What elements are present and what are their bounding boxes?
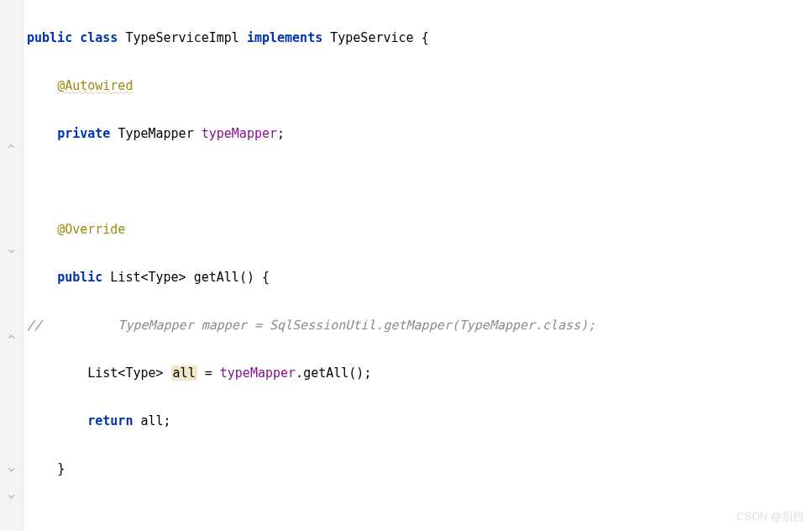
code-line[interactable]: @Override	[27, 218, 812, 242]
watermark: CSDN @别挡	[736, 507, 804, 528]
code-line[interactable]: return all;	[27, 409, 812, 434]
code-line[interactable]: List<Type> all = typeMapper.getAll();	[27, 361, 812, 386]
code-line[interactable]: }	[27, 457, 812, 481]
code-line[interactable]: // TypeMapper mapper = SqlSessionUtil.ge…	[27, 313, 812, 338]
fold-icon[interactable]	[5, 245, 17, 257]
fold-icon[interactable]	[5, 491, 17, 502]
code-line[interactable]: @Autowired	[27, 74, 812, 98]
editor-gutter[interactable]	[0, 0, 24, 531]
fold-icon[interactable]	[5, 331, 17, 343]
fold-icon[interactable]	[5, 464, 17, 476]
code-line[interactable]	[27, 170, 812, 194]
code-line[interactable]: public List<Type> getAll() {	[27, 266, 812, 290]
code-editor[interactable]: public class TypeServiceImpl implements …	[24, 0, 812, 531]
fold-icon[interactable]	[5, 140, 17, 152]
variable-highlight: all	[171, 365, 197, 381]
code-line[interactable]: private TypeMapper typeMapper;	[27, 122, 812, 146]
code-line[interactable]: public class TypeServiceImpl implements …	[27, 26, 812, 50]
code-line[interactable]	[27, 505, 812, 529]
